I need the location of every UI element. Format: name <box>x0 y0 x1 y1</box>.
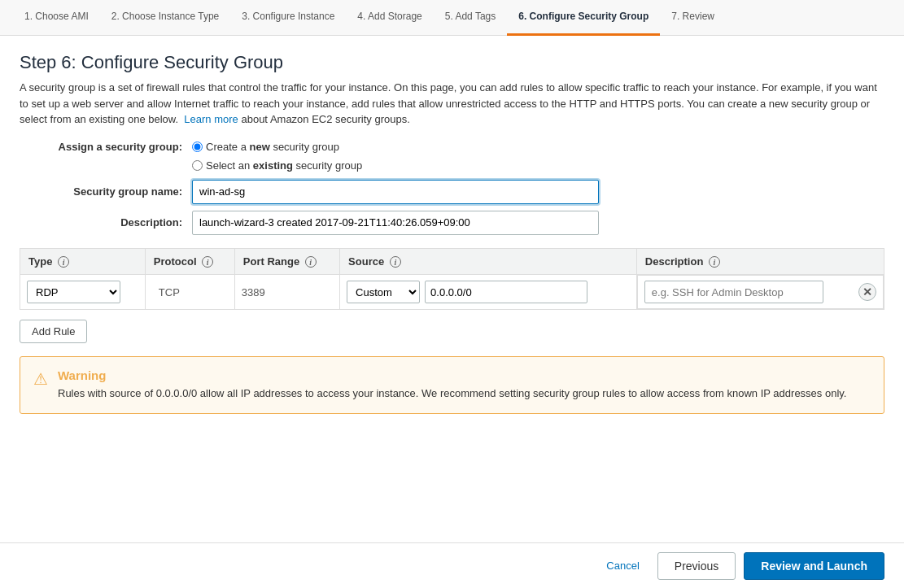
wizard-step-3[interactable]: 3. Configure Instance <box>230 0 346 36</box>
source-cell: Custom Anywhere My IP <box>340 275 637 310</box>
description-label: Description: <box>20 216 182 229</box>
assign-existing-row: Select an existing security group <box>192 159 884 172</box>
col-port-range: Port Range i <box>234 248 339 275</box>
description-cell: ✕ <box>637 275 884 309</box>
assign-row: Assign a security group: Create a new se… <box>20 141 884 153</box>
warning-icon: ⚠ <box>33 369 48 402</box>
rules-table: Type i Protocol i Port Range i Source i … <box>20 248 884 311</box>
wizard-nav: 1. Choose AMI 2. Choose Instance Type 3.… <box>0 0 904 36</box>
name-label: Security group name: <box>20 185 182 198</box>
port-info-icon[interactable]: i <box>305 256 317 268</box>
add-rule-button[interactable]: Add Rule <box>20 320 87 343</box>
learn-more-link[interactable]: Learn more <box>184 113 238 125</box>
security-group-form: Assign a security group: Create a new se… <box>20 141 884 235</box>
type-cell: RDP SSH HTTP HTTPS <box>20 275 146 310</box>
source-ip-input[interactable] <box>425 281 587 303</box>
wizard-step-6[interactable]: 6. Configure Security Group <box>507 0 660 36</box>
wizard-step-4[interactable]: 4. Add Storage <box>346 0 433 36</box>
radio-new-label: Create a new security group <box>206 141 339 153</box>
wizard-step-5[interactable]: 5. Add Tags <box>434 0 508 36</box>
page-title: Step 6: Configure Security Group <box>20 52 884 73</box>
radio-new-input[interactable] <box>192 142 203 152</box>
description-suffix: about Amazon EC2 security groups. <box>241 113 409 125</box>
delete-rule-button[interactable]: ✕ <box>858 283 876 301</box>
radio-new-option[interactable]: Create a new security group <box>192 141 339 153</box>
radio-existing-label: Select an existing security group <box>206 159 362 172</box>
main-content: Step 6: Configure Security Group A secur… <box>0 36 904 430</box>
name-row: Security group name: <box>20 180 884 204</box>
security-group-name-input[interactable] <box>192 180 599 204</box>
description-row: Description: <box>20 211 884 235</box>
warning-content: Warning Rules with source of 0.0.0.0/0 a… <box>58 368 846 402</box>
table-header-row: Type i Protocol i Port Range i Source i … <box>20 248 884 275</box>
port-range-cell: 3389 <box>234 275 339 310</box>
assign-label: Assign a security group: <box>20 141 182 153</box>
warning-title: Warning <box>58 368 846 382</box>
page-description: A security group is a set of firewall ru… <box>20 80 882 128</box>
security-group-description-input[interactable] <box>192 211 599 235</box>
desc-info-icon[interactable]: i <box>709 256 720 268</box>
col-protocol: Protocol i <box>145 248 234 275</box>
col-source: Source i <box>340 248 637 275</box>
radio-existing-option[interactable]: Select an existing security group <box>192 159 362 172</box>
wizard-step-7[interactable]: 7. Review <box>660 0 726 36</box>
warning-text: Rules with source of 0.0.0.0/0 allow all… <box>58 385 846 402</box>
radio-existing-input[interactable] <box>192 160 203 171</box>
type-info-icon[interactable]: i <box>58 256 69 268</box>
col-description: Description i <box>636 248 884 275</box>
type-select[interactable]: RDP SSH HTTP HTTPS <box>27 281 120 303</box>
table-row: RDP SSH HTTP HTTPS TCP 3389 Custom <box>20 275 884 310</box>
protocol-cell: TCP <box>145 275 234 310</box>
protocol-value: TCP <box>152 283 186 302</box>
wizard-step-1[interactable]: 1. Choose AMI <box>13 0 100 36</box>
port-range-value: 3389 <box>242 286 265 298</box>
source-info-icon[interactable]: i <box>390 256 401 268</box>
col-type: Type i <box>20 248 146 275</box>
source-type-select[interactable]: Custom Anywhere My IP <box>347 281 420 303</box>
wizard-step-2[interactable]: 2. Choose Instance Type <box>100 0 231 36</box>
protocol-info-icon[interactable]: i <box>202 256 213 268</box>
warning-box: ⚠ Warning Rules with source of 0.0.0.0/0… <box>20 356 884 414</box>
rule-description-input[interactable] <box>644 281 823 303</box>
